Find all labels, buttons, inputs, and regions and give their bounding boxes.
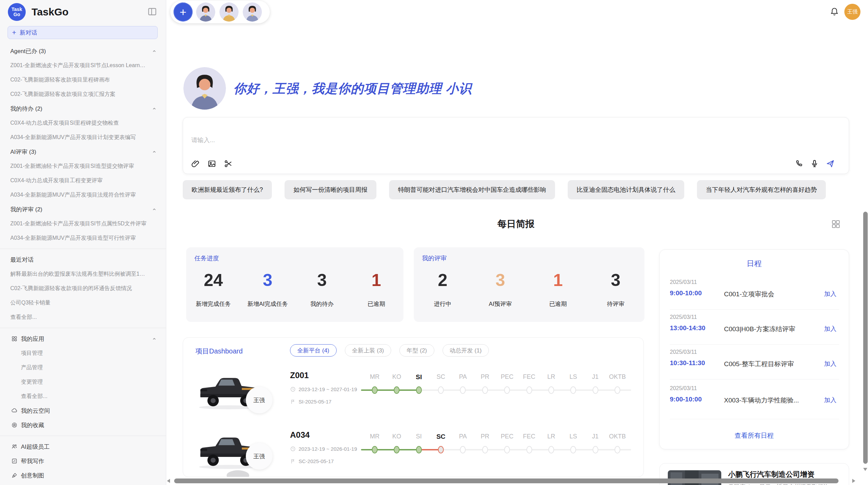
session-avatar-1[interactable]: [196, 2, 215, 22]
sidebar-item-favorites[interactable]: 我的收藏: [0, 418, 166, 432]
apps-view-all-link[interactable]: 查看全部...: [0, 389, 166, 403]
milestone-label-SI: SI: [416, 433, 422, 440]
milestone-label-SC: SC: [436, 433, 445, 440]
suggestion-chip[interactable]: 欧洲新规最近颁布了什么?: [183, 180, 272, 199]
event-join-link[interactable]: 加入: [824, 325, 836, 333]
project-row-Z001[interactable]: 王强Z0012023-12-19 ~ 2027-01-19SI-2025-05-…: [183, 369, 644, 428]
milestone-label-PEC: PEC: [501, 373, 514, 381]
phone-icon[interactable]: [795, 159, 804, 168]
stat-value: 3: [241, 267, 295, 293]
sidebar-task-item[interactable]: Z001-全新燃油轻卡产品开发项目SI节点属性5D文件评审: [0, 216, 166, 231]
milestone-label-FEC: FEC: [523, 433, 535, 440]
milestone-timeline: MRKOSISCPAPRPECFECLRLSJ1OKTB: [361, 428, 631, 469]
event-join-link[interactable]: 加入: [824, 290, 836, 298]
chat-input[interactable]: [191, 137, 740, 144]
app-subitem[interactable]: 产品管理: [0, 360, 166, 375]
milestone-label-OKTB: OKTB: [609, 433, 626, 440]
sidebar-task-item[interactable]: A034-全新新能源MUV产品开发项目造型可行性评审: [0, 231, 166, 245]
sidebar-item-creative-draw[interactable]: 创意制图: [0, 468, 166, 483]
recent-chat-item[interactable]: 解释最新出台的欧盟报废车法规再生塑料比例被调至15%...: [0, 267, 166, 281]
chevron-up-icon[interactable]: [152, 106, 157, 111]
sidebar-section-header-2[interactable]: AI评审 (3): [0, 145, 166, 159]
timeline-progress-overdue: [419, 449, 441, 450]
add-session-button[interactable]: +: [173, 2, 193, 22]
stat-item: 3AI预评审: [471, 267, 529, 308]
event-join-link[interactable]: 加入: [824, 360, 836, 368]
sidebar-task-item[interactable]: C0X4-动力总成开发项目工程变更评审: [0, 173, 166, 188]
bell-icon[interactable]: [830, 7, 839, 17]
chat-composer: [183, 117, 849, 174]
chevron-up-icon[interactable]: [152, 207, 157, 212]
vertical-scrollbar[interactable]: [863, 212, 868, 464]
dashboard-filter-chip[interactable]: 全新上装 (3): [345, 344, 391, 357]
project-row-A034[interactable]: 王强A0342023-12-19 ~ 2026-01-19SC-2025-05-…: [183, 428, 644, 477]
horizontal-scrollbar[interactable]: [174, 478, 839, 483]
hscroll-left-arrow-icon[interactable]: [167, 479, 170, 483]
user-avatar[interactable]: 王强: [844, 4, 860, 20]
milestone-label-KO: KO: [392, 433, 401, 440]
project-code: A034: [290, 430, 310, 440]
sidebar-item-my-apps[interactable]: 我的应用: [0, 332, 166, 346]
stat-label: 已逾期: [349, 300, 404, 308]
suggestion-chip[interactable]: 特朗普可能对进口汽车增税会对中国车企造成哪些影响: [389, 180, 555, 199]
session-avatar-3[interactable]: [243, 2, 262, 22]
suggestion-chip[interactable]: 当下年轻人对汽车外观有怎样的喜好趋势: [697, 180, 826, 199]
sidebar-item-cloud-space[interactable]: 我的云空间: [0, 403, 166, 418]
session-avatar-2[interactable]: [219, 2, 239, 22]
sidebar-section-header-1[interactable]: 我的待办 (2): [0, 101, 166, 116]
event-name: C005-整车工程目标评审: [724, 360, 794, 369]
schedule-title: 日程: [660, 259, 849, 269]
owner-name: 王强: [253, 396, 265, 404]
recent-chat-item[interactable]: C02-飞腾新能源轻客改款项目的闭环通告反馈情况: [0, 281, 166, 296]
stat-label: AI预评审: [471, 300, 529, 308]
chevron-up-icon[interactable]: [152, 336, 157, 341]
recent-chats-label: 最近对话: [10, 256, 34, 264]
sidebar-task-item[interactable]: C02-飞腾新能源轻客改款项目立项汇报方案: [0, 87, 166, 101]
app-subitem[interactable]: 项目管理: [0, 346, 166, 360]
scissors-icon[interactable]: [224, 159, 233, 168]
sidebar-task-item[interactable]: A034-全新新能源MUV产品开发项目法规符合性评审: [0, 188, 166, 202]
sidebar-section-header-0[interactable]: Agent已办 (3): [0, 44, 166, 58]
suggestion-chip[interactable]: 比亚迪全固态电池计划具体说了什么: [568, 180, 684, 199]
panel-toggle-icon[interactable]: [147, 7, 157, 16]
dashboard-filter-chip[interactable]: 动总开发 (1): [443, 344, 489, 357]
sidebar-task-item[interactable]: C02-飞腾新能源轻客改款项目里程碑画布: [0, 73, 166, 87]
milestone-label-SC: SC: [437, 373, 445, 381]
sidebar-task-item[interactable]: C0X4-动力总成开发项目SI里程碑提交物检查: [0, 116, 166, 130]
sidebar-task-item[interactable]: Z001-全新燃油轻卡产品开发项目SI造型提交物评审: [0, 159, 166, 173]
chevron-up-icon[interactable]: [152, 48, 157, 54]
mic-icon[interactable]: [810, 159, 819, 168]
milestone-node-J1: [592, 446, 598, 453]
event-time: 9:00-10:00: [670, 396, 702, 403]
sidebar-section-header-3[interactable]: 我的评审 (2): [0, 202, 166, 216]
suggestion-chip[interactable]: 如何写一份清晰的项目周报: [285, 180, 376, 199]
stat-label: 新增完成任务: [186, 300, 241, 308]
send-icon[interactable]: [826, 159, 835, 168]
milestone-node-PA: [460, 386, 466, 394]
task-item-label: Z001-全新燃油轻卡产品开发项目SI节点属性5D文件评审: [10, 220, 146, 227]
milestone-node-SC: [438, 446, 444, 453]
recent-view-all-link[interactable]: 查看全部...: [0, 310, 166, 324]
sidebar-item-ai-staff[interactable]: AI超级员工: [0, 439, 166, 454]
sidebar-task-item[interactable]: A034-全新新能源MUV产品开发项目计划变更表编写: [0, 130, 166, 145]
user-name: 王强: [847, 9, 858, 15]
stats-row: 24新增完成任务3新增AI完成任务3我的待办1已逾期: [186, 267, 403, 308]
recent-chat-item[interactable]: 公司Q3轻卡销量: [0, 296, 166, 310]
app-subitem[interactable]: 变更管理: [0, 375, 166, 389]
sidebar-task-item[interactable]: Z001-全新燃油皮卡产品开发项目SI节点Lesson Learn报告: [0, 58, 166, 73]
event-date: 2025/03/11: [670, 279, 697, 285]
chevron-up-icon[interactable]: [152, 149, 157, 154]
dashboard-filter-chip[interactable]: 年型 (2): [399, 344, 434, 357]
layout-grid-icon[interactable]: [831, 219, 841, 229]
paperclip-icon[interactable]: [191, 159, 200, 168]
vscroll-down-arrow-icon[interactable]: [863, 468, 867, 471]
sidebar-item-help-write[interactable]: 帮我写作: [0, 454, 166, 468]
dashboard-filter-chip[interactable]: 全新平台 (4): [290, 344, 337, 357]
event-join-link[interactable]: 加入: [824, 396, 836, 404]
project-owner-badge: 王强: [246, 387, 273, 413]
hscroll-right-arrow-icon[interactable]: [852, 479, 855, 483]
timeline-progress-done: [361, 449, 419, 450]
view-all-schedule-link[interactable]: 查看所有日程: [660, 431, 849, 440]
image-icon[interactable]: [207, 159, 216, 168]
new-chat-button[interactable]: + 新对话: [8, 26, 158, 39]
